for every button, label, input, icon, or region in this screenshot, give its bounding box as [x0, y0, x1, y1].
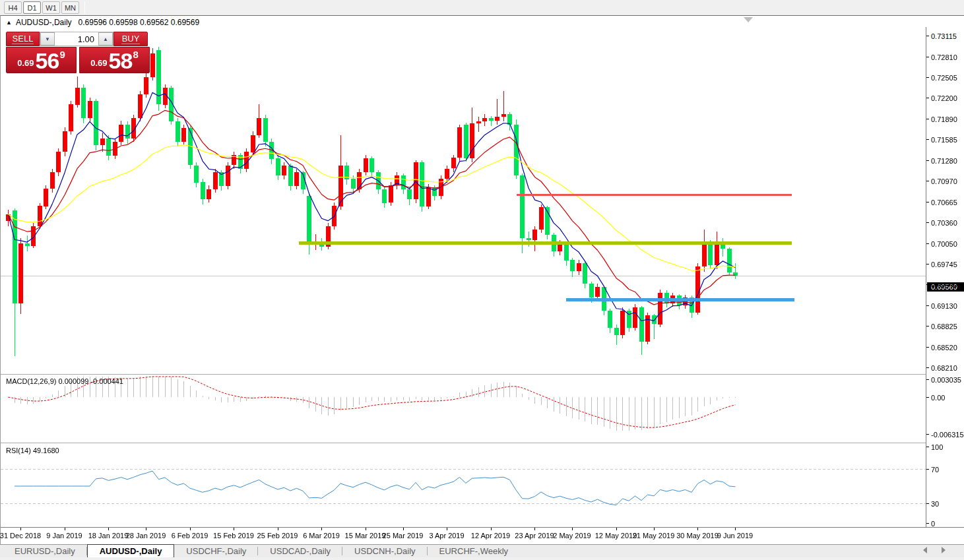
tab-scroll-left-icon[interactable] [923, 547, 927, 553]
rsi-indicator-label: RSI(14) 49.1680 [6, 447, 59, 454]
price-chart-canvas[interactable] [1, 27, 926, 527]
status-strip [0, 557, 964, 560]
tab-usdchf[interactable]: USDCHF-,Daily [174, 545, 258, 557]
buy-price-pip: 8 [133, 49, 138, 60]
volume-decrease-icon[interactable]: ▼ [40, 32, 55, 46]
tab-scroll-right-icon[interactable] [942, 547, 946, 553]
macd-axis-label: -0.006315 [926, 431, 964, 439]
price-axis-label: 0.70970 [926, 177, 957, 185]
price-axis-label: 0.68520 [926, 344, 957, 352]
timeframe-button-mn[interactable]: MN [61, 1, 79, 14]
tab-usdcnh[interactable]: USDCNH-,Daily [342, 545, 427, 557]
price-axis: 0.69569 0.731150.728100.725050.722000.71… [926, 27, 964, 527]
date-tick [654, 528, 655, 530]
sell-price-big: 56 [36, 51, 59, 71]
date-axis-label: 6 Mar 2019 [303, 532, 340, 540]
date-tick [447, 528, 447, 530]
date-axis-label: 25 Mar 2019 [383, 532, 424, 540]
price-axis-label: 0.69440 [926, 281, 957, 289]
price-axis-label: 0.71280 [926, 157, 957, 165]
date-tick [403, 528, 404, 530]
date-axis-label: 30 May 2019 [676, 532, 719, 540]
tab-eurchf[interactable]: EURCHF-,Weekly [428, 545, 521, 557]
date-tick [491, 528, 492, 530]
sell-price-display[interactable]: 0.69 56 9 [6, 47, 77, 73]
buy-price-display[interactable]: 0.69 58 8 [79, 47, 150, 73]
date-tick [366, 528, 366, 530]
price-axis-label: 0.68825 [926, 323, 957, 330]
timeframe-button-d1[interactable]: D1 [23, 1, 41, 14]
price-axis-label: 0.69745 [926, 261, 957, 268]
macd-axis-label: 0.00 [926, 394, 945, 402]
macd-panel-divider[interactable] [1, 374, 964, 375]
one-click-trading-panel: SELL ▼ 1.00 ▲ BUY 0.69 56 9 0.69 58 8 [6, 32, 150, 73]
toolbar-separator [84, 1, 85, 14]
tab-eurusd[interactable]: EURUSD-,Daily [3, 545, 87, 557]
price-axis-label: 0.72505 [926, 74, 957, 82]
price-axis-label: 0.73115 [926, 32, 957, 40]
date-tick [572, 528, 573, 530]
date-axis-label: 21 May 2019 [633, 532, 675, 540]
sell-button[interactable]: SELL [6, 32, 40, 46]
date-axis-label: 12 May 2019 [595, 532, 637, 540]
timeframe-button-h4[interactable]: H4 [4, 1, 22, 14]
date-tick [234, 528, 234, 530]
chart-window: ▲ AUDUSD-,Daily 0.69596 0.69598 0.69562 … [0, 15, 964, 544]
date-axis-label: 23 Apr 2019 [515, 532, 554, 540]
macd-axis-label: 0.003035 [926, 376, 961, 384]
chart-collapse-icon: ▲ [6, 19, 12, 26]
date-axis-label: 9 Jan 2019 [46, 532, 82, 540]
date-axis-label: 12 Apr 2019 [471, 532, 510, 540]
chart-title-row: ▲ AUDUSD-,Daily 0.69596 0.69598 0.69562 … [1, 16, 964, 28]
date-axis: 31 Dec 20189 Jan 201918 Jan 201928 Jan 2… [1, 528, 964, 545]
date-axis-label: 15 Mar 2019 [345, 532, 386, 540]
volume-input[interactable]: 1.00 [55, 32, 98, 46]
buy-button[interactable]: BUY [113, 32, 148, 46]
buy-price-big: 58 [109, 51, 133, 71]
date-tick [65, 528, 65, 530]
tab-usdcad[interactable]: USDCAD-,Daily [258, 545, 342, 557]
volume-increase-icon[interactable]: ▲ [98, 32, 113, 46]
rsi-panel-divider[interactable] [1, 443, 964, 444]
rsi-axis-label: 0 [926, 520, 935, 528]
buy-price-small: 0.69 [90, 58, 107, 68]
date-axis-label: 25 Feb 2019 [257, 532, 298, 540]
date-axis-label: 6 Feb 2019 [172, 532, 209, 540]
date-tick [190, 528, 191, 530]
date-axis-label: 28 Jan 2019 [126, 532, 166, 540]
date-tick [146, 528, 146, 530]
price-axis-label: 0.68210 [926, 364, 957, 372]
trading-terminal: H4D1W1MN ▲ AUDUSD-,Daily 0.69596 0.69598… [0, 0, 964, 560]
timeframe-toolbar: H4D1W1MN [0, 0, 964, 15]
tab-scroll-nav [923, 547, 946, 553]
date-axis-label: 18 Jan 2019 [88, 532, 129, 540]
date-tick [616, 528, 617, 530]
chart-tab-bar: EURUSD-,DailyAUDUSD-,DailyUSDCHF-,DailyU… [0, 544, 964, 557]
date-tick [321, 528, 322, 530]
timeframe-button-w1[interactable]: W1 [42, 1, 60, 14]
price-axis-label: 0.70360 [926, 219, 957, 227]
date-tick [697, 528, 698, 530]
price-axis-label: 0.72200 [926, 94, 957, 102]
chart-symbol-title: AUDUSD-,Daily [16, 18, 72, 27]
price-axis-label: 0.70050 [926, 240, 957, 248]
date-tick [108, 528, 109, 530]
rsi-axis-label: 30 [926, 500, 939, 508]
date-tick [20, 528, 21, 530]
date-tick [735, 528, 736, 530]
volume-stepper: ▼ 1.00 ▲ [40, 32, 113, 46]
date-tick [278, 528, 278, 530]
date-axis-label: 15 Feb 2019 [213, 532, 254, 540]
price-axis-label: 0.71890 [926, 115, 957, 123]
price-axis-label: 0.71585 [926, 136, 957, 144]
macd-indicator-label: MACD(12,26,9) 0.000099 -0.000441 [6, 377, 123, 385]
date-axis-label: 2 May 2019 [553, 532, 591, 540]
price-axis-label: 0.72810 [926, 53, 957, 61]
rsi-value: 49.1680 [33, 447, 59, 454]
price-axis-label: 0.69130 [926, 302, 957, 310]
chart-shift-marker-icon [744, 17, 753, 22]
tab-audusd[interactable]: AUDUSD-,Daily [87, 544, 175, 557]
sell-price-small: 0.69 [17, 58, 34, 68]
date-axis-label: 3 Apr 2019 [429, 532, 464, 540]
rsi-axis-label: 70 [926, 466, 939, 474]
